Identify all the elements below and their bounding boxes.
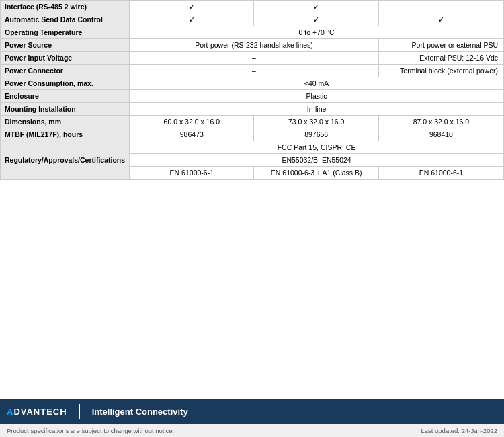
cell-col3: 87.0 x 32.0 x 16.0 [378,116,503,128]
notice-updated: Last updated: 24-Jan-2022 [421,427,497,434]
table-row: Automatic Send Data Control ✓ ✓ ✓ [1,13,504,26]
row-label: Operating Temperature [1,26,130,39]
row-label-connector: Power Connector [1,65,130,77]
footer-logo: ADVANTECH [7,407,67,417]
row-label: MTBF (MIL217F), hours [1,128,130,141]
cell-en61-1: EN 61000-6-1 [130,167,254,180]
cell-col3: Port-power or external PSU [378,39,503,52]
cell-col2: ✓ [254,1,378,13]
row-label-regulatory: Regulatory/Approvals/Certifications [1,141,130,180]
cell-col3 [378,1,503,13]
table-row: Operating Temperature 0 to +70 °C [1,26,504,39]
table-row: Power Input Voltage – External PSU: 12-1… [1,52,504,65]
cell-col1: ✓ [130,13,254,26]
cell-span: <40 mA [130,77,504,90]
row-label: Dimensions, mm [1,116,130,128]
table-row: Dimensions, mm 60.0 x 32.0 x 16.0 73.0 x… [1,116,504,128]
cell-span: In-line [130,103,504,116]
table-row: Power Connector – Terminal block (extern… [1,65,504,77]
footer-bar: ADVANTECH Intelligent Connectivity [0,399,504,424]
row-label: Power Consumption, max. [1,77,130,90]
row-label: Enclosure [1,90,130,103]
table-row: Mounting Installation In-line [1,103,504,116]
table-row: Power Consumption, max. <40 mA [1,77,504,90]
table-row: Enclosure Plastic [1,90,504,103]
table-row: Interface (RS-485 2 wire) ✓ ✓ [1,1,504,13]
footer-notice: Product specifications are subject to ch… [0,424,504,437]
table-row: Power Source Port-power (RS-232 handshak… [1,39,504,52]
cell-col3: Terminal block (external power) [378,65,503,77]
notice-text: Product specifications are subject to ch… [7,427,174,434]
cell-fcc: FCC Part 15, CISPR, CE [130,141,504,154]
row-label: Mounting Installation [1,103,130,116]
cell-span: Plastic [130,90,504,103]
cell-col12: Port-power (RS-232 handshake lines) [130,39,379,52]
row-label-source: Power Source [1,39,130,52]
cell-col2: ✓ [254,13,378,26]
cell-col12: – [130,52,379,65]
cell-en55: EN55032/B, EN55024 [130,154,504,167]
cell-col1: ✓ [130,1,254,13]
cell-span: 0 to +70 °C [130,26,504,39]
cell-col1: 986473 [130,128,254,141]
cell-col12: – [130,65,379,77]
cell-en61-3: EN 61000-6-1 [378,167,503,180]
table-row: MTBF (MIL217F), hours 986473 897656 9684… [1,128,504,141]
table-section: Interface (RS-485 2 wire) ✓ ✓ Automatic … [0,0,504,200]
cell-en61-2: EN 61000-6-3 + A1 (Class B) [254,167,378,180]
cell-col2: 897656 [254,128,378,141]
cell-col3: External PSU: 12-16 Vdc [378,52,503,65]
row-label: Automatic Send Data Control [1,13,130,26]
empty-area [0,200,504,399]
spec-table: Interface (RS-485 2 wire) ✓ ✓ Automatic … [0,0,504,180]
row-label: Interface (RS-485 2 wire) [1,1,130,13]
cell-col1: 60.0 x 32.0 x 16.0 [130,116,254,128]
cell-col2: 73.0 x 32.0 x 16.0 [254,116,378,128]
cell-col3: 968410 [378,128,503,141]
cell-col3: ✓ [378,13,503,26]
footer-tagline: Intelligent Connectivity [92,407,188,417]
logo-d: A [7,407,13,417]
table-row: Regulatory/Approvals/Certifications FCC … [1,141,504,154]
page-wrapper: Interface (RS-485 2 wire) ✓ ✓ Automatic … [0,0,504,437]
footer-divider [79,404,80,419]
row-label: Power Input Voltage [1,52,130,65]
